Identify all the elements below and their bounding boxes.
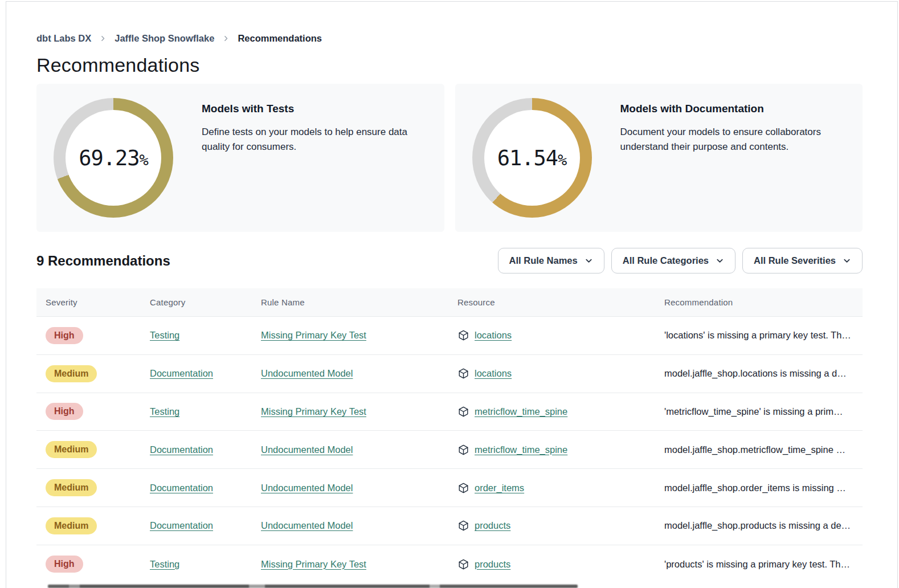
model-cube-icon	[457, 520, 469, 532]
stat-card-description: Define tests on your models to help ensu…	[202, 125, 428, 154]
breadcrumb-item-recommendations: Recommendations	[238, 33, 322, 44]
table-row: High Testing Missing Primary Key Test	[36, 545, 863, 583]
resource-link[interactable]: products	[475, 559, 510, 570]
resource-link[interactable]: metricflow_time_spine	[475, 444, 567, 455]
page-title: Recommendations	[36, 54, 863, 76]
category-link[interactable]: Documentation	[150, 444, 213, 455]
table-row: Medium Documentation Undocumented Model	[36, 431, 863, 469]
rule-name-cell: Undocumented Model	[261, 368, 457, 379]
rule-name-cell: Undocumented Model	[261, 483, 457, 493]
rule-name-link[interactable]: Undocumented Model	[261, 444, 353, 455]
resource-cell: products	[457, 520, 664, 532]
category-cell: Documentation	[150, 520, 261, 531]
column-header-recommendation: Recommendation	[664, 297, 853, 307]
resource-link[interactable]: products	[475, 520, 510, 531]
stat-card-text: Models with Tests Define tests on your m…	[202, 98, 428, 154]
column-header-rule-name: Rule Name	[261, 297, 457, 307]
category-link[interactable]: Documentation	[150, 483, 213, 493]
model-cube-icon	[457, 558, 469, 570]
table-header-row: Severity Category Rule Name Resource Rec…	[36, 288, 863, 317]
rule-name-link[interactable]: Undocumented Model	[261, 520, 353, 530]
recommendation-text: 'products' is missing a primary key test…	[664, 559, 853, 570]
table-row: Medium Documentation Undocumented Model	[36, 469, 863, 507]
severity-cell: High	[46, 327, 150, 344]
resource-cell: order_items	[457, 482, 664, 494]
severity-badge: High	[46, 556, 83, 573]
resource-cell: products	[457, 558, 664, 570]
severity-badge: Medium	[46, 479, 97, 496]
stat-card-title: Models with Documentation	[620, 103, 847, 115]
rule-name-link[interactable]: Missing Primary Key Test	[261, 559, 366, 569]
rule-name-link[interactable]: Missing Primary Key Test	[261, 330, 366, 340]
filter-dropdown-label: All Rule Names	[509, 255, 578, 266]
severity-badge: Medium	[46, 441, 97, 458]
chevron-down-icon	[585, 256, 593, 265]
category-cell: Testing	[150, 406, 261, 417]
model-cube-icon	[457, 406, 469, 418]
recommendation-text: model.jaffle_shop.locations is missing a…	[664, 368, 853, 379]
donut-percent-unit: %	[558, 151, 566, 169]
recommendation-text: model.jaffle_shop.order_items is missing…	[664, 483, 853, 493]
category-link[interactable]: Testing	[150, 406, 179, 416]
donut-percent-unit: %	[140, 151, 148, 169]
recommendation-text: model.jaffle_shop.metricflow_time_spine …	[664, 444, 853, 455]
resource-link[interactable]: locations	[475, 368, 512, 379]
stat-card: 69.23% Models with Tests Define tests on…	[36, 84, 444, 232]
donut-percent-label: 69.23%	[54, 98, 173, 218]
chevron-down-icon	[716, 256, 724, 265]
model-cube-icon	[457, 482, 469, 494]
filter-dropdown[interactable]: All Rule Severities	[742, 248, 863, 273]
stat-card: 61.54% Models with Documentation Documen…	[455, 84, 863, 232]
chevron-down-icon	[843, 256, 851, 265]
filter-bar: All Rule Names All Rule Categories All R…	[498, 248, 863, 273]
donut-percent-value: 69.23	[79, 146, 139, 170]
filter-dropdown-label: All Rule Categories	[623, 255, 709, 266]
chevron-right-icon	[222, 35, 230, 42]
donut-percent-label: 61.54%	[472, 98, 592, 218]
severity-cell: High	[46, 556, 150, 573]
category-cell: Documentation	[150, 483, 261, 493]
partially-visible-next-row	[48, 585, 578, 588]
breadcrumb-item-jaffle-shop-snowflake[interactable]: Jaffle Shop Snowflake	[115, 33, 214, 44]
resource-link[interactable]: metricflow_time_spine	[475, 406, 567, 417]
model-cube-icon	[457, 444, 469, 456]
category-cell: Testing	[150, 559, 261, 570]
severity-cell: Medium	[46, 479, 150, 496]
severity-badge: Medium	[46, 365, 97, 382]
severity-cell: High	[46, 403, 150, 420]
rule-name-cell: Undocumented Model	[261, 444, 457, 455]
rule-name-cell: Undocumented Model	[261, 520, 457, 531]
column-header-resource: Resource	[457, 297, 664, 307]
resource-cell: locations	[457, 368, 664, 379]
recommendation-text: 'metricflow_time_spine' is missing a pri…	[664, 406, 853, 417]
category-cell: Testing	[150, 330, 261, 341]
resource-link[interactable]: order_items	[475, 483, 524, 493]
rule-name-link[interactable]: Undocumented Model	[261, 483, 353, 493]
category-link[interactable]: Documentation	[150, 520, 213, 530]
donut-chart: 69.23%	[54, 98, 173, 218]
recommendations-table: Severity Category Rule Name Resource Rec…	[36, 288, 863, 583]
filter-dropdown[interactable]: All Rule Names	[498, 248, 604, 273]
category-link[interactable]: Documentation	[150, 368, 213, 378]
category-link[interactable]: Testing	[150, 330, 179, 340]
rule-name-link[interactable]: Missing Primary Key Test	[261, 406, 366, 416]
category-link[interactable]: Testing	[150, 559, 179, 569]
severity-badge: Medium	[46, 517, 97, 534]
resource-link[interactable]: locations	[475, 330, 512, 341]
severity-cell: Medium	[46, 441, 150, 458]
stat-card-title: Models with Tests	[202, 103, 428, 115]
severity-cell: Medium	[46, 517, 150, 534]
recommendation-text: model.jaffle_shop.products is missing a …	[664, 520, 853, 531]
rule-name-cell: Missing Primary Key Test	[261, 559, 457, 570]
filter-dropdown-label: All Rule Severities	[754, 255, 836, 266]
breadcrumb-item-dbt-labs-dx[interactable]: dbt Labs DX	[36, 33, 91, 44]
rule-name-link[interactable]: Undocumented Model	[261, 368, 353, 378]
filter-dropdown[interactable]: All Rule Categories	[611, 248, 735, 273]
stat-card-description: Document your models to ensure collabora…	[620, 125, 847, 154]
resource-cell: metricflow_time_spine	[457, 406, 664, 418]
category-cell: Documentation	[150, 368, 261, 379]
rule-name-cell: Missing Primary Key Test	[261, 330, 457, 341]
model-cube-icon	[457, 368, 469, 379]
column-header-severity: Severity	[46, 297, 150, 307]
rule-name-cell: Missing Primary Key Test	[261, 406, 457, 417]
